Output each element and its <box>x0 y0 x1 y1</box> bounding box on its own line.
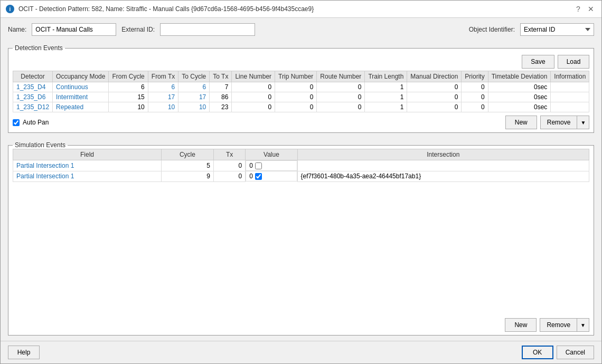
sim-td-value[interactable]: 0 <box>246 160 297 171</box>
td-timetable-deviation: 0sec <box>488 92 551 102</box>
sim-td-intersection: {ef7f3601-480b-4a35-aea2-46445bf17ab1} <box>297 171 589 181</box>
detection-toolbar: Save Load <box>8 52 594 71</box>
td-to-tx: 7 <box>210 82 232 92</box>
simulation-new-button[interactable]: New <box>505 318 537 332</box>
td-detector[interactable]: 1_235_D6 <box>13 92 53 102</box>
sim-td-tx: 0 <box>213 160 245 171</box>
table-row[interactable]: 1_235_D12 Repeated 10 10 10 23 0 0 0 1 0… <box>13 102 589 112</box>
td-train-length: 1 <box>365 82 407 92</box>
td-line-number: 0 <box>232 82 275 92</box>
sim-td-tx: 0 <box>213 171 245 181</box>
col-from-tx: From Tx <box>148 71 178 82</box>
simulation-events-section: Simulation Events Field Cycle Tx Value I… <box>8 141 594 336</box>
td-timetable-deviation: 0sec <box>488 102 551 112</box>
col-to-tx: To Tx <box>210 71 232 82</box>
auto-pan-label: Auto Pan <box>23 119 49 126</box>
td-occupancy-mode[interactable]: Intermittent <box>53 92 109 102</box>
sim-col-value: Value <box>246 149 297 160</box>
app-icon: i <box>6 5 14 13</box>
col-priority: Priority <box>462 71 488 82</box>
table-row[interactable]: 1_235_D6 Intermittent 15 17 17 86 0 0 0 … <box>13 92 589 102</box>
sim-col-field: Field <box>13 149 162 160</box>
simulation-events-legend: Simulation Events <box>13 141 68 149</box>
main-window: i OCIT - Detection Pattern: 582, Name: S… <box>0 0 602 364</box>
ext-id-label: External ID: <box>121 26 155 33</box>
sim-td-field[interactable]: Partial Intersection 1 <box>13 160 162 171</box>
simulation-remove-split: Remove ▼ <box>540 318 589 332</box>
sim-td-field[interactable]: Partial Intersection 1 <box>13 171 162 181</box>
detection-table: Detector Occupancy Mode From Cycle From … <box>13 71 589 112</box>
title-bar-left: i OCIT - Detection Pattern: 582, Name: S… <box>6 5 314 13</box>
auto-pan-row: Auto Pan <box>13 119 49 126</box>
td-priority: 0 <box>462 82 488 92</box>
td-to-tx: 86 <box>210 92 232 102</box>
ext-id-input[interactable] <box>160 23 255 36</box>
td-detector[interactable]: 1_235_D4 <box>13 82 53 92</box>
sim-value-checkbox[interactable] <box>255 162 262 169</box>
window-title: OCIT - Detection Pattern: 582, Name: Sit… <box>18 5 314 13</box>
col-occupancy-mode: Occupancy Mode <box>53 71 109 82</box>
td-to-tx: 23 <box>210 102 232 112</box>
col-manual-direction: Manual Direction <box>407 71 462 82</box>
col-train-length: Train Length <box>365 71 407 82</box>
title-bar-controls: ? ✕ <box>573 4 596 14</box>
simulation-remove-arrow[interactable]: ▼ <box>577 318 589 332</box>
table-row[interactable]: Partial Intersection 1 5 0 0 <box>13 160 589 171</box>
table-row[interactable]: Partial Intersection 1 9 0 0 {ef7f3601-4… <box>13 171 589 181</box>
td-occupancy-mode[interactable]: Repeated <box>53 102 109 112</box>
col-information: Information <box>551 71 589 82</box>
col-timetable-deviation: Timetable Deviation <box>488 71 551 82</box>
td-to-cycle: 10 <box>178 102 210 112</box>
simulation-table-wrapper: Field Cycle Tx Value Intersection Partia… <box>13 149 589 315</box>
td-from-tx: 6 <box>148 82 178 92</box>
name-input[interactable] <box>32 23 116 36</box>
sim-td-cycle: 5 <box>162 160 214 171</box>
td-from-cycle: 15 <box>109 92 148 102</box>
td-information <box>551 82 589 92</box>
close-button[interactable]: ✕ <box>586 4 596 14</box>
title-bar: i OCIT - Detection Pattern: 582, Name: S… <box>1 1 601 18</box>
detection-new-button[interactable]: New <box>505 116 537 129</box>
td-manual-direction: 0 <box>407 92 462 102</box>
col-to-cycle: To Cycle <box>178 71 210 82</box>
detection-bottom-row: Auto Pan New Remove ▼ <box>8 112 594 132</box>
td-detector[interactable]: 1_235_D12 <box>13 102 53 112</box>
name-label: Name: <box>8 26 26 33</box>
footer-right: OK Cancel <box>522 346 594 359</box>
object-identifier-label: Object Identifier: <box>469 26 515 33</box>
help-title-button[interactable]: ? <box>573 4 584 14</box>
sim-td-cycle: 9 <box>162 171 214 181</box>
sim-col-tx: Tx <box>213 149 245 160</box>
simulation-table: Field Cycle Tx Value Intersection Partia… <box>13 149 589 182</box>
td-manual-direction: 0 <box>407 102 462 112</box>
td-from-tx: 10 <box>148 102 178 112</box>
detection-remove-button[interactable]: Remove <box>540 116 577 129</box>
load-button[interactable]: Load <box>558 55 590 69</box>
save-button[interactable]: Save <box>522 55 554 69</box>
detection-remove-arrow[interactable]: ▼ <box>577 116 589 129</box>
ok-button[interactable]: OK <box>522 346 553 359</box>
auto-pan-checkbox[interactable] <box>13 119 20 126</box>
table-row[interactable]: 1_235_D4 Continuous 6 6 6 7 0 0 0 1 0 0 … <box>13 82 589 92</box>
col-trip-number: Trip Number <box>275 71 317 82</box>
simulation-action-buttons: New Remove ▼ <box>505 318 589 332</box>
sim-td-intersection <box>297 160 589 171</box>
footer: Help OK Cancel <box>1 341 601 363</box>
td-manual-direction: 0 <box>407 82 462 92</box>
simulation-remove-button[interactable]: Remove <box>540 318 577 332</box>
td-information <box>551 102 589 112</box>
td-route-number: 0 <box>317 102 365 112</box>
td-route-number: 0 <box>317 82 365 92</box>
object-identifier-select[interactable]: External ID Internal ID UUID <box>520 23 594 36</box>
td-route-number: 0 <box>317 92 365 102</box>
td-occupancy-mode[interactable]: Continuous <box>53 82 109 92</box>
td-line-number: 0 <box>232 92 275 102</box>
sim-col-intersection: Intersection <box>297 149 589 160</box>
sim-td-value[interactable]: 0 <box>246 171 297 181</box>
sim-value-checkbox[interactable] <box>255 173 262 180</box>
detection-events-section: Detection Events Save Load Detector Occu… <box>8 44 594 133</box>
detection-action-buttons: New Remove ▼ <box>505 116 590 129</box>
help-button[interactable]: Help <box>8 346 40 359</box>
td-from-cycle: 10 <box>109 102 148 112</box>
cancel-button[interactable]: Cancel <box>557 346 594 359</box>
